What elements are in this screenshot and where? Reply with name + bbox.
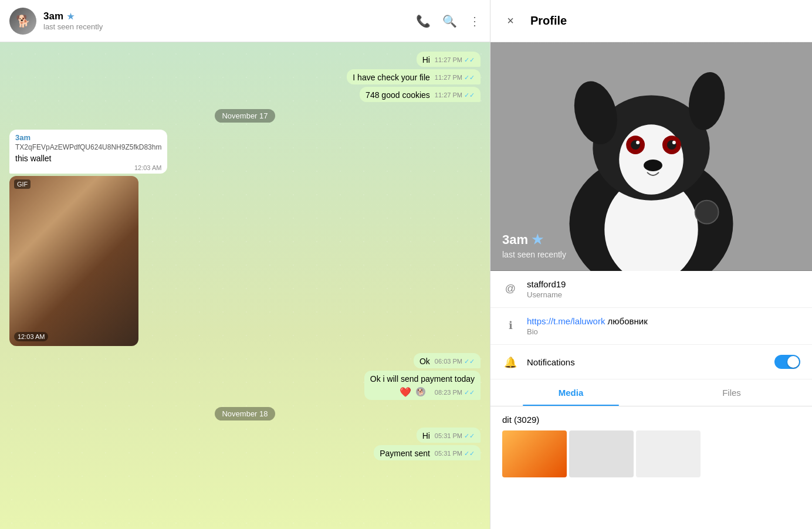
message-bubble: Hi 11:27 PM ✓✓ <box>417 52 481 67</box>
message-sender: 3am <box>15 133 161 142</box>
message-time: 05:31 PM ✓✓ <box>435 450 475 457</box>
notifications-row: 🔔 Notifications <box>490 345 812 379</box>
header-info: 3am ★ last seen recently <box>43 11 409 31</box>
username-info: stafford19 Username <box>527 279 566 299</box>
message-text: Ok i will send payment today <box>370 374 475 384</box>
chat-header: 🐕 3am ★ last seen recently 📞 🔍 ⋮ <box>0 0 490 42</box>
message-time: 11:27 PM ✓✓ <box>435 56 475 64</box>
message-row: 3am TX2qFEVpAzEWPdfQU624U8NH9Z5fkD83hm t… <box>9 130 481 174</box>
media-files-tabs: Media Files <box>490 379 812 406</box>
gif-image: 12:03 AM <box>9 176 138 346</box>
message-row: Hi 05:31 PM ✓✓ <box>9 428 481 443</box>
username-label: Username <box>527 290 566 299</box>
media-thumbnails <box>502 430 800 477</box>
contact-avatar[interactable]: 🐕 <box>9 8 36 35</box>
close-profile-button[interactable]: × <box>500 11 521 32</box>
contact-status: last seen recently <box>43 22 409 31</box>
tab-files[interactable]: Files <box>651 379 812 406</box>
chat-panel: 🐕 3am ★ last seen recently 📞 🔍 ⋮ Hi 11:2… <box>0 0 490 529</box>
svg-point-13 <box>672 141 676 144</box>
message-bubble: Ok 06:03 PM ✓✓ <box>414 353 481 368</box>
toggle-knob <box>787 356 799 368</box>
phone-icon[interactable]: 📞 <box>416 14 431 28</box>
date-badge: November 17 <box>215 109 275 123</box>
message-text: Payment sent <box>380 449 430 458</box>
message-row: Ok 06:03 PM ✓✓ <box>9 353 481 368</box>
media-thumb-2[interactable] <box>569 430 634 477</box>
message-row: GIF 12:03 AM <box>9 176 481 346</box>
message-time: 08:23 PM ✓✓ <box>435 389 475 396</box>
media-count-title: dit (3029) <box>502 415 800 425</box>
message-bubble: Hi 05:31 PM ✓✓ <box>417 428 481 443</box>
profile-display-name: 3am ★ <box>502 232 566 247</box>
username-value: stafford19 <box>527 279 566 289</box>
username-row: @ stafford19 Username <box>490 271 812 308</box>
message-bubble: Ok i will send payment today ❤️ 🐕 08:23 … <box>364 371 481 400</box>
message-text: this wallet <box>15 154 161 163</box>
notifications-label: Notifications <box>527 357 766 367</box>
profile-panel: × Profile <box>490 0 812 529</box>
message-text: I have check your file <box>353 73 430 82</box>
date-divider: November 17 <box>9 109 481 123</box>
profile-title: Profile <box>530 14 803 28</box>
media-count-section: dit (3029) <box>490 406 812 486</box>
message-time: 11:27 PM ✓✓ <box>435 91 475 99</box>
info-icon: ℹ <box>502 317 519 334</box>
profile-name-overlay: 3am ★ last seen recently <box>502 232 566 259</box>
star-icon: ★ <box>67 12 75 21</box>
header-actions: 📞 🔍 ⋮ <box>416 14 481 28</box>
gif-time: 12:03 AM <box>14 332 48 341</box>
reaction-heart: ❤️ <box>400 386 411 398</box>
gif-message: GIF 12:03 AM <box>9 176 138 346</box>
media-thumb-1[interactable] <box>502 430 567 477</box>
contact-name: 3am ★ <box>43 11 409 22</box>
bio-link[interactable]: https://t.me/laluwork <box>527 316 605 326</box>
bio-value: https://t.me/laluwork любовник <box>527 316 648 326</box>
message-text: Ok <box>419 357 430 366</box>
date-badge: November 18 <box>215 407 275 421</box>
message-row: 748 good cookies 11:27 PM ✓✓ <box>9 87 481 102</box>
profile-info-section: @ stafford19 Username ℹ https://t.me/lal… <box>490 271 812 379</box>
message-row: Hi 11:27 PM ✓✓ <box>9 52 481 67</box>
message-time: 11:27 PM ✓✓ <box>435 74 475 82</box>
bio-label: Bio <box>527 327 648 336</box>
svg-point-5 <box>619 124 684 195</box>
date-divider: November 18 <box>9 407 481 421</box>
profile-topbar: × Profile <box>490 0 812 42</box>
avatar-image: 🐕 <box>9 8 36 35</box>
bio-info: https://t.me/laluwork любовник Bio <box>527 316 648 336</box>
media-thumb-3[interactable] <box>636 430 701 477</box>
message-row: I have check your file 11:27 PM ✓✓ <box>9 69 481 84</box>
profile-status: last seen recently <box>502 250 566 259</box>
message-time: 05:31 PM ✓✓ <box>435 432 475 440</box>
message-text: Hi <box>422 431 430 440</box>
bell-icon: 🔔 <box>502 354 519 371</box>
message-text: Hi <box>422 55 430 65</box>
message-bubble: 748 good cookies 11:27 PM ✓✓ <box>360 87 481 102</box>
tab-media[interactable]: Media <box>490 379 651 406</box>
svg-point-14 <box>644 160 662 171</box>
more-options-icon[interactable]: ⋮ <box>469 14 481 28</box>
svg-point-12 <box>636 141 640 144</box>
message-bubble: Payment sent 05:31 PM ✓✓ <box>374 445 481 460</box>
svg-point-15 <box>695 201 719 224</box>
message-row: Ok i will send payment today ❤️ 🐕 08:23 … <box>9 371 481 400</box>
profile-cover: 3am ★ last seen recently <box>490 42 812 271</box>
search-icon[interactable]: 🔍 <box>442 14 457 28</box>
message-bubble: I have check your file 11:27 PM ✓✓ <box>347 69 481 84</box>
notifications-toggle[interactable] <box>774 355 800 369</box>
message-row: Payment sent 05:31 PM ✓✓ <box>9 445 481 460</box>
message-time: 06:03 PM ✓✓ <box>435 358 475 365</box>
profile-star-icon: ★ <box>532 232 543 247</box>
bio-row: ℹ https://t.me/laluwork любовник Bio <box>490 308 812 345</box>
at-icon: @ <box>502 280 519 297</box>
message-bubble: 3am TX2qFEVpAzEWPdfQU624U8NH9Z5fkD83hm t… <box>9 130 167 174</box>
reaction-avatar: 🐕 <box>415 386 427 398</box>
message-time: 12:03 AM <box>134 164 161 171</box>
message-text: 748 good cookies <box>366 90 430 100</box>
wallet-text: TX2qFEVpAzEWPdfQU624U8NH9Z5fkD83hm <box>15 143 161 151</box>
chat-messages-area: Hi 11:27 PM ✓✓ I have check your file 11… <box>0 42 490 529</box>
gif-label: GIF <box>14 179 31 189</box>
